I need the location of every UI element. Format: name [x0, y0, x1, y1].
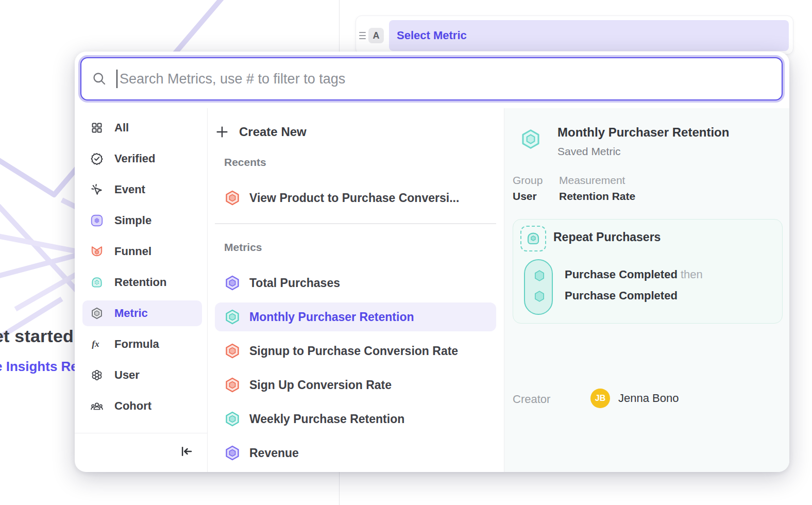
- metric-hexagon-icon: [90, 307, 104, 320]
- metric-picker-popover: All Verified Event: [75, 52, 789, 472]
- sidebar-divider: [207, 108, 208, 472]
- metric-item-weekly-purchase-retention[interactable]: Weekly Purchase Retention: [215, 405, 496, 433]
- funnel-icon: [90, 245, 104, 258]
- metric-item-total-purchases[interactable]: Total Purchases: [215, 268, 496, 297]
- plus-icon: [215, 125, 229, 139]
- salmon-hexagon-icon: [224, 377, 241, 393]
- sidebar-item-retention[interactable]: Retention: [82, 270, 202, 295]
- step-hexagon-icon: [532, 268, 547, 283]
- cohort-people-icon: [90, 399, 104, 413]
- step-hexagon-icon: [532, 289, 547, 304]
- background-insights-link[interactable]: e Insights Re: [0, 359, 78, 375]
- select-metric-button[interactable]: Select Metric: [389, 20, 789, 51]
- sidebar-footer-divider: [75, 433, 207, 433]
- creator-avatar: JB: [590, 389, 610, 408]
- sidebar-item-simple[interactable]: Simple: [82, 208, 202, 233]
- measurement-label: Measurement: [559, 174, 625, 187]
- sidebar-item-verified[interactable]: Verified: [82, 146, 202, 172]
- metric-detail-panel: Monthly Purchaser Retention Saved Metric…: [504, 108, 789, 472]
- purple-hexagon-icon: [224, 275, 241, 291]
- collapse-left-icon: [178, 444, 194, 459]
- creator-label: Creator: [513, 393, 550, 406]
- metric-item-sign-up-conversion[interactable]: Sign Up Conversion Rate: [215, 371, 496, 399]
- search-input[interactable]: [120, 71, 782, 87]
- sidebar-item-event[interactable]: Event: [82, 177, 202, 203]
- event-cursor-icon: [90, 183, 104, 196]
- salmon-hexagon-icon: [224, 343, 241, 359]
- purple-hexagon-icon: [224, 445, 241, 461]
- simple-icon: [90, 214, 104, 227]
- text-caret: [116, 70, 117, 88]
- screen: et started. e Insights Re A Select Metri…: [0, 0, 812, 505]
- detail-subtitle: Saved Metric: [557, 145, 621, 158]
- metric-item-monthly-purchaser-retention[interactable]: Monthly Purchaser Retention: [215, 302, 496, 331]
- metric-row-card: A Select Metric: [356, 15, 793, 55]
- repeat-purchasers-title: Repeat Purchasers: [553, 230, 661, 244]
- group-label: Group: [513, 174, 543, 187]
- teal-hexagon-icon: [519, 128, 542, 150]
- verified-badge-icon: [90, 152, 104, 165]
- metric-item-signup-to-purchase[interactable]: Signup to Purchase Conversion Rate: [215, 336, 496, 365]
- create-new-button[interactable]: Create New: [215, 120, 496, 144]
- creator-name: Jenna Bono: [618, 392, 679, 405]
- retention-icon: [90, 276, 104, 289]
- collapse-sidebar-button[interactable]: [175, 440, 197, 463]
- section-divider: [215, 223, 496, 224]
- sidebar-item-metric[interactable]: Metric: [82, 300, 202, 326]
- recent-item[interactable]: View Product to Purchase Conversi...: [215, 183, 496, 212]
- metrics-section-label: Metrics: [224, 241, 262, 254]
- search-container: [80, 57, 783, 100]
- sidebar-item-formula[interactable]: fx Formula: [82, 331, 202, 357]
- metric-item-revenue[interactable]: Revenue: [215, 439, 496, 467]
- group-value: User: [513, 190, 537, 203]
- recents-section-label: Recents: [224, 156, 266, 169]
- step-two-text: Purchase Completed: [565, 289, 678, 302]
- sidebar-item-cohort[interactable]: Cohort: [82, 393, 202, 419]
- user-cluster-icon: [90, 368, 104, 382]
- detail-title: Monthly Purchaser Retention: [557, 125, 729, 140]
- background-headline-fragment: et started.: [0, 326, 79, 346]
- teal-hexagon-icon: [224, 411, 241, 427]
- behavior-steps-capsule: [524, 259, 553, 315]
- teal-hexagon-icon: [224, 309, 241, 325]
- formula-fx-icon: fx: [90, 338, 104, 351]
- retention-cohort-icon: [520, 226, 546, 251]
- step-one-text: Purchase Completed then: [565, 268, 703, 281]
- drag-handle-icon[interactable]: [359, 29, 368, 42]
- measurement-value: Retention Rate: [559, 190, 635, 203]
- repeat-purchasers-card: Repeat Purchasers Purchase Completed the…: [513, 219, 783, 324]
- sidebar-item-all[interactable]: All: [82, 115, 202, 141]
- metric-letter-badge[interactable]: A: [368, 28, 384, 43]
- grid-icon: [90, 121, 104, 134]
- funnel-hexagon-icon: [224, 190, 241, 206]
- search-icon: [92, 71, 107, 87]
- then-connector: then: [681, 268, 703, 281]
- svg-text:fx: fx: [92, 339, 99, 349]
- sidebar-item-funnel[interactable]: Funnel: [82, 239, 202, 264]
- sidebar-item-user[interactable]: User: [82, 362, 202, 388]
